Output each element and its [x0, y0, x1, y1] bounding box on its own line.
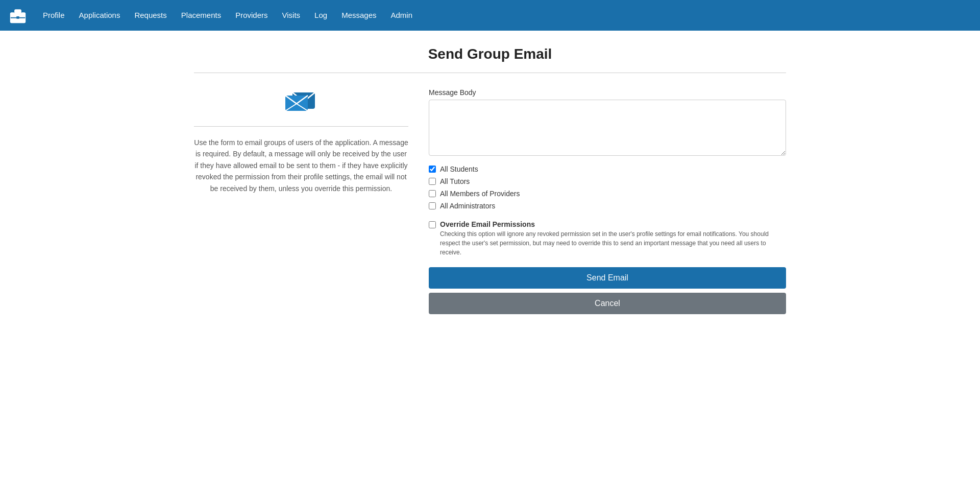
page-container: Send Group Email Use the form to emai	[184, 31, 796, 330]
nav-link-visits[interactable]: Visits	[277, 7, 306, 23]
nav-item-applications[interactable]: Applications	[74, 11, 126, 20]
nav-link-providers[interactable]: Providers	[230, 7, 273, 23]
nav-item-messages[interactable]: Messages	[336, 11, 381, 20]
checkbox-all-members[interactable]: All Members of Providers	[429, 190, 786, 198]
checkbox-all-admins-input[interactable]	[429, 202, 436, 209]
description-box: Use the form to email groups of users of…	[194, 126, 408, 194]
nav-item-admin[interactable]: Admin	[386, 11, 418, 20]
override-permissions-checkbox[interactable]	[429, 221, 436, 228]
override-section: Override Email Permissions Checking this…	[429, 220, 786, 257]
checkbox-all-students-input[interactable]	[429, 166, 436, 173]
override-content: Override Email Permissions Checking this…	[440, 220, 786, 257]
checkbox-all-admins-label: All Administrators	[440, 202, 495, 210]
message-body-textarea[interactable]	[429, 100, 786, 156]
briefcase-icon	[8, 6, 28, 25]
nav-item-visits[interactable]: Visits	[277, 11, 306, 20]
nav-item-log[interactable]: Log	[309, 11, 332, 20]
nav-item-providers[interactable]: Providers	[230, 11, 273, 20]
nav-item-placements[interactable]: Placements	[176, 11, 226, 20]
navbar: Profile Applications Requests Placements…	[0, 0, 980, 31]
checkbox-group: All Students All Tutors All Members of P…	[429, 165, 786, 210]
nav-link-admin[interactable]: Admin	[386, 7, 418, 23]
group-email-icon	[283, 88, 319, 114]
message-body-label: Message Body	[429, 88, 786, 97]
override-title: Override Email Permissions	[440, 220, 535, 228]
navbar-brand[interactable]	[8, 6, 28, 25]
page-title: Send Group Email	[194, 46, 786, 62]
divider	[194, 73, 786, 73]
override-label[interactable]: Override Email Permissions Checking this…	[429, 220, 786, 257]
nav-link-messages[interactable]: Messages	[336, 7, 381, 23]
checkbox-all-tutors-label: All Tutors	[440, 177, 470, 185]
nav-link-applications[interactable]: Applications	[74, 7, 126, 23]
cancel-button[interactable]: Cancel	[429, 293, 786, 314]
checkbox-all-admins[interactable]: All Administrators	[429, 202, 786, 210]
navbar-links: Profile Applications Requests Placements…	[38, 11, 418, 20]
checkbox-all-members-input[interactable]	[429, 190, 436, 197]
right-panel: Message Body All Students All Tutors All…	[429, 88, 786, 314]
nav-link-log[interactable]: Log	[309, 7, 332, 23]
left-panel: Use the form to email groups of users of…	[194, 88, 408, 194]
email-icon-area	[283, 88, 319, 116]
nav-item-requests[interactable]: Requests	[129, 11, 172, 20]
checkbox-all-members-label: All Members of Providers	[440, 190, 520, 198]
nav-item-profile[interactable]: Profile	[38, 11, 70, 20]
nav-link-profile[interactable]: Profile	[38, 7, 70, 23]
checkbox-all-students[interactable]: All Students	[429, 165, 786, 173]
checkbox-all-tutors-input[interactable]	[429, 178, 436, 185]
override-description: Checking this option will ignore any rev…	[440, 229, 786, 257]
send-email-button[interactable]: Send Email	[429, 267, 786, 289]
nav-link-requests[interactable]: Requests	[129, 7, 172, 23]
svg-rect-6	[16, 16, 19, 19]
checkbox-all-students-label: All Students	[440, 165, 478, 173]
checkbox-all-tutors[interactable]: All Tutors	[429, 177, 786, 185]
description-text: Use the form to email groups of users of…	[194, 137, 408, 194]
nav-link-placements[interactable]: Placements	[176, 7, 226, 23]
main-layout: Use the form to email groups of users of…	[194, 88, 786, 314]
